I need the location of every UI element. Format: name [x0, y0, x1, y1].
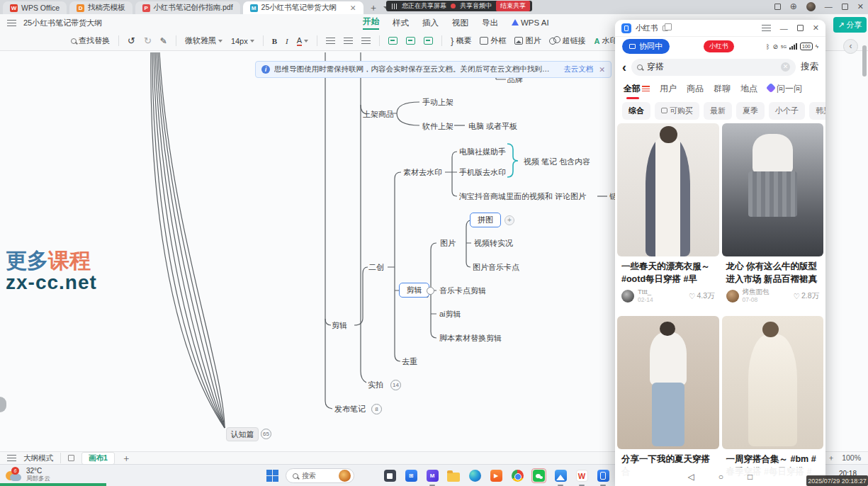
user-avatar[interactable]	[806, 2, 816, 11]
node-manual-listing[interactable]: 手动上架	[422, 97, 453, 108]
undo-button[interactable]: ↺	[128, 35, 135, 46]
node-cognition[interactable]: 认知篇	[226, 427, 259, 441]
node-collage-selected[interactable]: 拼图	[470, 213, 501, 227]
node-live-photo[interactable]: 视频转实况	[474, 238, 513, 249]
note-card[interactable]: 一些春天的漂亮衣服～ #ootd每日穿搭 #早春… Tttt_02-14 ♡4.…	[617, 123, 719, 310]
like-count[interactable]: ♡2.8万	[793, 291, 819, 301]
collab-mode-button[interactable]: 协同中	[622, 39, 670, 54]
video-player-icon[interactable]: ▶	[489, 469, 503, 483]
align-left-icon[interactable]	[326, 38, 335, 44]
like-count[interactable]: ♡4.3万	[689, 291, 715, 301]
frame-button[interactable]: 外框	[480, 35, 506, 46]
phone-window-titlebar[interactable]: 小红书 — ✕	[615, 20, 825, 37]
node-publish[interactable]: 发布笔记	[334, 404, 366, 414]
settings-globe-icon[interactable]: ⊕	[790, 1, 797, 11]
align-center-icon[interactable]	[344, 38, 353, 44]
vertical-scrollbar[interactable]	[862, 45, 867, 77]
font-family-select[interactable]: 微软雅黑	[185, 35, 222, 46]
node-edit-selected[interactable]: 剪辑	[399, 283, 429, 298]
wps-app-icon[interactable]: W	[575, 469, 589, 483]
search-field[interactable]: 穿搭 ✕	[631, 59, 796, 76]
zoom-in-button[interactable]: ＋	[828, 453, 835, 463]
chrome-icon[interactable]	[510, 469, 524, 483]
font-size-select[interactable]: 14px	[231, 37, 254, 45]
add-child-button[interactable]: +	[505, 215, 514, 225]
chip-newest[interactable]: 最新	[704, 102, 732, 120]
user-avatar[interactable]	[726, 290, 739, 303]
note-card[interactable]: 分享一下我的夏天穿搭合	[617, 316, 719, 485]
node-dedup[interactable]: 去重	[402, 356, 417, 367]
stop-share-button[interactable]: 结束共享	[496, 1, 530, 11]
weather-widget[interactable]: 6 32°C局部多云	[6, 467, 50, 483]
node-recreate[interactable]: 二创	[368, 262, 384, 273]
tab-template[interactable]: D 找稿壳模板	[69, 1, 133, 14]
tab-all[interactable]: 全部	[624, 83, 650, 95]
insert-subtopic-icon[interactable]	[406, 37, 415, 45]
layout-icon[interactable]	[774, 4, 781, 10]
multi-window-icon[interactable]	[663, 26, 668, 31]
node-image[interactable]: 图片	[440, 238, 456, 249]
canvas-list-icon[interactable]	[68, 455, 74, 461]
phone-close-icon[interactable]: ✕	[813, 23, 819, 33]
menu-style[interactable]: 样式	[393, 18, 409, 28]
media-player-icon[interactable]: M	[425, 469, 439, 483]
node-mobile-dewatermark[interactable]: 手机版去水印	[459, 167, 506, 178]
align-right-icon[interactable]	[361, 38, 371, 44]
tab-goods[interactable]: 商品	[687, 83, 704, 95]
menu-wps-ai[interactable]: WPS AI	[512, 18, 549, 27]
node-music-beat-edit[interactable]: 音乐卡点剪辑	[439, 286, 486, 296]
font-color-button[interactable]: A	[297, 36, 308, 46]
close-window-icon[interactable]: ✕	[857, 2, 864, 11]
collapsed-count-badge[interactable]: 8	[371, 404, 382, 414]
summary-button[interactable]: }概要	[451, 35, 471, 46]
node-image-music-beat[interactable]: 图片音乐卡点	[473, 262, 519, 273]
tab-pdf-guide[interactable]: P 小红书笔记创作指南.pdf	[135, 1, 240, 14]
tab-groups[interactable]: 群聊	[714, 83, 731, 95]
share-button[interactable]: ↗ 分享	[833, 17, 867, 33]
file-explorer-icon[interactable]	[446, 469, 461, 483]
collapsed-count-badge[interactable]: 14	[390, 380, 401, 390]
chip-comprehensive[interactable]: 综合	[622, 102, 650, 120]
find-replace-button[interactable]: 查找替换	[71, 35, 110, 46]
insert-topic-icon[interactable]	[388, 37, 398, 45]
node-dewatermark[interactable]: 素材去水印	[403, 167, 442, 178]
bold-button[interactable]: B	[272, 37, 277, 45]
menu-home[interactable]: 开始	[363, 16, 379, 30]
node-ai-edit[interactable]: ai剪辑	[439, 309, 461, 320]
minimize-icon[interactable]: —	[825, 2, 833, 11]
chip-korean-style[interactable]: 韩里韩气	[809, 102, 825, 120]
mountains-app-icon[interactable]	[553, 469, 568, 483]
format-painter-button[interactable]: ✎	[160, 36, 167, 46]
taskbar-search[interactable]: 搜索	[286, 468, 354, 483]
goto-cloud-link[interactable]: 去云文档	[563, 64, 593, 74]
image-button[interactable]: 图片	[514, 35, 541, 46]
phone-menu-icon[interactable]	[762, 25, 771, 31]
node-device[interactable]: 电脑 或者平板	[468, 121, 517, 132]
note-card[interactable]: 一周穿搭合集～ #bm #春季穿搭 #每日穿搭 #日…	[722, 316, 824, 485]
phone-maximize-icon[interactable]	[797, 25, 804, 31]
italic-button[interactable]: I	[286, 37, 288, 45]
insert-relation-icon[interactable]	[424, 37, 433, 45]
maximize-icon[interactable]	[842, 4, 848, 10]
node-drag-handle[interactable]	[427, 287, 434, 295]
zoom-level[interactable]: 100%	[842, 453, 861, 463]
menu-view[interactable]: 视图	[452, 18, 468, 28]
chip-summer[interactable]: 夏季	[736, 102, 765, 120]
add-canvas-button[interactable]: ＋	[122, 452, 131, 465]
nav-home-icon[interactable]: ○	[718, 472, 723, 482]
collapsed-count-badge[interactable]: 65	[261, 429, 271, 439]
edge-browser-icon[interactable]	[468, 469, 482, 483]
chip-petite[interactable]: 小个子	[769, 102, 805, 120]
close-notice-icon[interactable]: ✕	[599, 65, 605, 74]
task-view-button[interactable]	[383, 469, 397, 483]
nav-back-icon[interactable]: ◁	[688, 472, 694, 482]
redo-button[interactable]: ↻	[144, 35, 152, 46]
clear-search-icon[interactable]: ✕	[781, 62, 790, 72]
node-pc-helper[interactable]: 电脑社媒助手	[459, 147, 506, 157]
hamburger-menu-icon[interactable]	[7, 20, 16, 26]
phone-mirror-window[interactable]: 小红书 — ✕ 协同中 小红书 ᛒ ⊘ 5G 100 ϟ ‹ 穿搭 ✕ 搜索 全…	[615, 20, 825, 486]
menu-insert[interactable]: 插入	[422, 18, 439, 28]
search-button[interactable]: 搜索	[801, 61, 818, 73]
menu-export[interactable]: 导出	[482, 18, 498, 28]
close-tab-icon[interactable]: ✕	[350, 4, 356, 12]
